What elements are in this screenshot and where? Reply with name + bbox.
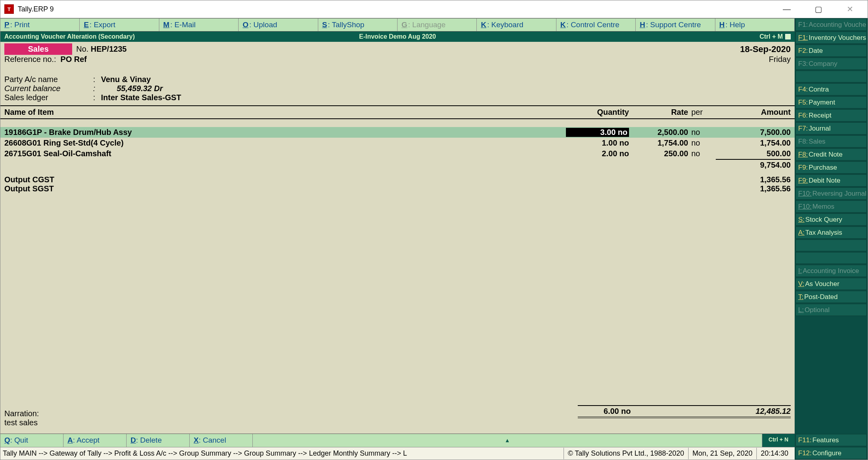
side-gap <box>795 252 867 264</box>
reference-value[interactable]: PO Ref <box>60 55 87 64</box>
item-rate[interactable]: 250.00 <box>629 149 688 158</box>
reference-label: Reference no.: <box>4 55 56 64</box>
side-button[interactable]: F9: Debit Note <box>795 174 867 187</box>
tax-row[interactable]: Output SGST1,365.56 <box>0 184 795 193</box>
action-delete[interactable]: D: Delete <box>127 434 190 447</box>
party-label: Party A/c name <box>4 75 93 84</box>
item-qty[interactable]: 2.00 no <box>566 149 629 158</box>
item-qty[interactable]: 3.00 no <box>566 128 629 137</box>
side-button[interactable]: F8: Credit Note <box>795 148 867 161</box>
item-per: no <box>688 138 716 148</box>
menu-item[interactable]: O: Upload <box>239 19 318 31</box>
side-button[interactable]: F6: Receipt <box>795 109 867 122</box>
side-button[interactable]: F11: Features <box>795 434 867 446</box>
close-button[interactable]: ✕ <box>840 3 860 15</box>
menu-item[interactable]: S: TallyShop <box>318 19 398 31</box>
col-rate: Rate <box>629 108 688 117</box>
context-title: Accounting Voucher Alteration (Secondary… <box>4 33 135 40</box>
tax-name: Output SGST <box>4 184 716 193</box>
app-icon: T <box>4 4 14 14</box>
side-button: I: Accounting Invoice <box>795 265 867 277</box>
col-per: per <box>688 108 716 117</box>
item-qty[interactable]: 1.00 no <box>566 138 629 148</box>
breadcrumb: Tally MAIN --> Gateway of Tally --> Prof… <box>3 449 564 458</box>
side-button[interactable]: F1: Inventory Vouchers <box>795 32 867 44</box>
status-time: 20:14:30 <box>756 448 792 459</box>
tax-amount: 1,365.56 <box>716 175 791 184</box>
sales-ledger-label: Sales ledger <box>4 93 93 102</box>
item-per: no <box>688 149 716 158</box>
top-menu: P: PrintE: ExportM: E-MailO: UploadS: Ta… <box>0 18 795 32</box>
window-title: Tally.ERP 9 <box>18 5 777 13</box>
party-name[interactable]: Venu & Vinay <box>101 75 151 84</box>
voucher-type[interactable]: Sales <box>4 43 72 55</box>
side-button[interactable]: S: Stock Query <box>795 213 867 226</box>
body: P: PrintE: ExportM: E-MailO: UploadS: Ta… <box>0 18 868 460</box>
side-button[interactable]: F2: Date <box>795 45 867 57</box>
tax-row[interactable]: Output CGST1,365.56 <box>0 175 795 184</box>
sales-ledger-value[interactable]: Inter State Sales-GST <box>101 93 181 102</box>
balance-value: 55,459.32 Dr <box>101 84 163 93</box>
item-rate[interactable]: 2,500.00 <box>629 128 688 137</box>
totals-box: 6.00 no 12,485.12 <box>578 405 791 418</box>
screen-toggle-icon[interactable] <box>785 34 791 39</box>
item-per: no <box>688 128 716 137</box>
main-area: P: PrintE: ExportM: E-MailO: UploadS: Ta… <box>0 18 795 460</box>
menu-item[interactable]: H: Help <box>715 19 795 31</box>
action-cancel[interactable]: X: Cancel <box>190 434 253 447</box>
col-amount: Amount <box>716 108 791 117</box>
context-bar: Accounting Voucher Alteration (Secondary… <box>0 32 795 42</box>
side-gap <box>795 71 867 82</box>
item-table-body: 19186G1P - Brake Drum/Hub Assy3.00 no2,5… <box>0 119 795 159</box>
tax-block: Output CGST1,365.56Output SGST1,365.56 <box>0 175 795 193</box>
voucher-date[interactable]: 18-Sep-2020 <box>740 44 791 54</box>
window-controls: — ▢ ✕ <box>777 3 864 15</box>
action-accept[interactable]: A: Accept <box>63 434 127 447</box>
total-qty: 6.00 no <box>578 407 657 416</box>
total-amount: 12,485.12 <box>657 407 791 416</box>
side-button: F10: Reversing Journal <box>795 187 867 200</box>
narration-block: Narration: 6.00 no 12,485.12 test sales <box>0 403 795 434</box>
item-name: 26715G01 Seal-Oil-Camshaft <box>4 149 566 158</box>
menu-item[interactable]: K: Keyboard <box>477 19 556 31</box>
side-button: F3: Company <box>795 58 867 70</box>
item-name: 26608G01 Ring Set-Std(4 Cycle) <box>4 138 566 148</box>
side-panel: F1: Accounting VouchersF1: Inventory Vou… <box>795 18 868 460</box>
item-rate[interactable]: 1,754.00 <box>629 138 688 148</box>
menu-item[interactable]: E: Export <box>80 19 159 31</box>
action-quit[interactable]: Q: Quit <box>0 434 63 447</box>
side-button[interactable]: A: Tax Analysis <box>795 226 867 239</box>
menu-item[interactable]: M: E-Mail <box>159 19 239 31</box>
item-table-header: Name of Item Quantity Rate per Amount <box>0 105 795 119</box>
menu-item[interactable]: K: Control Centre <box>556 19 636 31</box>
narration-text[interactable]: test sales <box>4 418 791 434</box>
item-row[interactable]: 19186G1P - Brake Drum/Hub Assy3.00 no2,5… <box>0 127 795 138</box>
side-button[interactable]: F5: Payment <box>795 96 867 108</box>
side-button[interactable]: F12: Configure <box>795 447 867 459</box>
maximize-button[interactable]: ▢ <box>808 3 828 15</box>
company-name: E-Invoice Demo Aug 2020 <box>359 33 436 40</box>
voucher-number: No. HEP/1235 <box>76 45 127 54</box>
side-button[interactable]: F7: Journal <box>795 122 867 135</box>
side-button[interactable]: F9: Purchase <box>795 161 867 174</box>
caret-up-icon: ▲ <box>504 437 510 443</box>
app-window: T Tally.ERP 9 — ▢ ✕ P: PrintE: ExportM: … <box>0 0 868 460</box>
minimize-button[interactable]: — <box>777 3 797 15</box>
voucher-content: Sales No. HEP/1235 18-Sep-2020 Reference… <box>0 42 795 447</box>
item-row[interactable]: 26608G01 Ring Set-Std(4 Cycle)1.00 no1,7… <box>0 138 795 148</box>
narration-label: Narration: <box>4 409 578 418</box>
col-name: Name of Item <box>4 108 566 117</box>
menu-item[interactable]: H: Support Centre <box>636 19 715 31</box>
tax-name: Output CGST <box>4 175 716 184</box>
side-gap <box>795 239 867 251</box>
party-block: Party A/c name : Venu & Vinay Current ba… <box>0 65 795 105</box>
side-button[interactable]: V: As Voucher <box>795 278 867 290</box>
col-qty: Quantity <box>566 108 629 117</box>
copyright: © Tally Solutions Pvt Ltd., 1988-2020 <box>564 448 688 459</box>
menu-item[interactable]: P: Print <box>0 19 80 31</box>
side-button[interactable]: T: Post-Dated <box>795 291 867 303</box>
side-button[interactable]: F4: Contra <box>795 83 867 95</box>
item-amount: 500.00 <box>716 149 791 158</box>
item-row[interactable]: 26715G01 Seal-Oil-Camshaft2.00 no250.00n… <box>0 148 795 159</box>
side-button: F1: Accounting Vouchers <box>795 19 867 31</box>
